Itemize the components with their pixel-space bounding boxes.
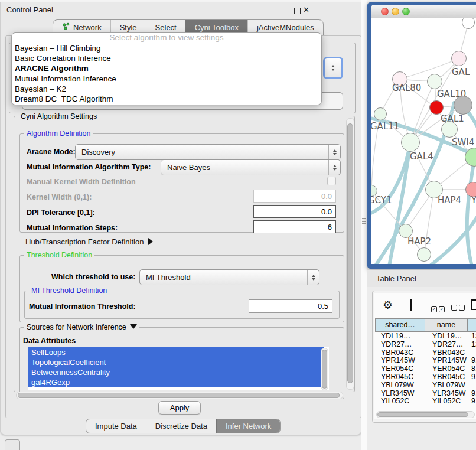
network-node[interactable] — [417, 247, 431, 262]
tab-label: Network — [73, 23, 102, 32]
data-attributes-list[interactable]: SelfLoopsTopologicalCoefficientBetweenne… — [28, 347, 329, 390]
mi-steps-label: Mutual Information Steps: — [27, 224, 118, 232]
algorithm-option-bayesian-hill-climbing[interactable]: Bayesian – Hill Climbing — [12, 43, 321, 53]
algorithm-option-mutual-information-inference[interactable]: Mutual Information Inference — [12, 74, 321, 84]
attributes-vscrollbar[interactable] — [321, 348, 328, 390]
attribute-selfloops[interactable]: SelfLoops — [28, 347, 324, 357]
table-row[interactable]: YLR345WYLR345W9. — [375, 390, 476, 398]
network-icon — [62, 22, 70, 32]
stepper-down-icon — [331, 69, 335, 71]
column-header-2[interactable]: name — [425, 318, 468, 332]
table-cell: YPR145W — [425, 357, 468, 365]
table-cell: YBR043C — [425, 349, 468, 357]
table-row[interactable]: YDL19…YDL19…13 — [375, 332, 476, 341]
aracne-mode-label: Aracne Mode: — [27, 148, 76, 156]
mi-threshold-field[interactable] — [249, 299, 332, 313]
node-label-hap2: HAP2 — [407, 236, 431, 247]
float-panel-icon[interactable] — [294, 8, 301, 14]
node-label-gal4: GAL4 — [410, 151, 433, 162]
mi-threshold-definition-title: MI Threshold Definition — [29, 286, 109, 295]
deselect-all-checks-icon[interactable] — [451, 302, 465, 313]
algorithm-option-dream8-dc-tdc-algorithm[interactable]: Dream8 DC_TDC Algorithm — [12, 94, 321, 104]
table-cell: YBR045C — [425, 373, 468, 381]
algorithm-option-basic-correlation-inference[interactable]: Basic Correlation Inference — [12, 53, 321, 63]
mi-steps-field[interactable] — [253, 220, 336, 233]
table-cell: YBR043C — [375, 349, 425, 357]
table-row[interactable]: YBL079WYBL079W — [375, 381, 476, 390]
mi-algorithm-type-value: Naive Bayes — [161, 163, 210, 172]
table-row[interactable]: YPR145WYPR145W9. — [375, 357, 476, 365]
table-hscrollbar-thumb[interactable] — [377, 412, 468, 417]
algorithm-dropdown-placeholder: Select algorithm to view settings — [12, 33, 321, 43]
network-node-gal11[interactable] — [374, 107, 387, 120]
attribute-betweennesscentrality[interactable]: BetweennessCentrality — [28, 367, 324, 377]
algorithm-definition-title: Algorithm Definition — [24, 129, 93, 138]
network-node-gal4[interactable] — [401, 133, 420, 152]
manual-kernel-width-checkbox[interactable] — [327, 177, 336, 185]
algorithm-option-aracne-algorithm[interactable]: ARACNE Algorithm — [12, 63, 321, 73]
settings-hscrollbar[interactable] — [16, 392, 343, 399]
dpi-tolerance-field[interactable] — [253, 205, 336, 218]
combo-stepper-icon — [307, 270, 319, 285]
zoom-window-icon[interactable] — [402, 8, 410, 15]
table-cell: YBL079W — [425, 381, 468, 390]
columns-icon[interactable] — [410, 299, 412, 311]
attributes-vscrollbar-thumb[interactable] — [322, 350, 327, 389]
select-all-checks-icon[interactable]: ✓✓ — [431, 302, 445, 313]
close-window-icon[interactable] — [381, 8, 389, 15]
network-window-titlebar[interactable] — [371, 5, 476, 19]
network-node-gal1[interactable] — [429, 100, 444, 115]
node-label-gal11: GAL11 — [371, 121, 399, 132]
table-row[interactable]: YIL052CYIL052C9 — [375, 397, 476, 406]
combo-stepper-icon — [328, 145, 340, 159]
table-row[interactable]: YBR043CYBR043C — [375, 349, 476, 357]
table-cell: YIL052C — [375, 397, 425, 406]
column-header-3[interactable]: A — [468, 318, 476, 332]
bottom-tabs: Impute DataDiscretize DataInfer Network — [86, 419, 281, 433]
table-cell: 9. — [468, 390, 476, 398]
new-table-icon[interactable] — [471, 299, 476, 310]
tab-impute-data[interactable]: Impute Data — [86, 419, 146, 433]
settings-vscrollbar-thumb[interactable] — [347, 123, 353, 383]
corner-button-fragment[interactable] — [5, 439, 20, 450]
aracne-mode-combo[interactable]: Discovery — [75, 144, 341, 160]
which-threshold-combo[interactable]: MI Threshold — [139, 269, 319, 285]
close-panel-icon[interactable]: ✕ — [303, 6, 309, 14]
stepper-up-icon — [331, 65, 335, 67]
table-hscrollbar[interactable] — [376, 411, 475, 418]
network-canvas[interactable]: GALGAL80GAL10GAL1GAL11SWI4GAL4GCY1HAP4YH… — [371, 18, 476, 264]
settings-vscrollbar[interactable] — [346, 118, 354, 390]
apply-button[interactable]: Apply — [158, 401, 201, 415]
tab-label: jActiveMNodules — [257, 23, 314, 32]
algorithm-option-bayesian-k2[interactable]: Bayesian – K2 — [12, 84, 321, 94]
minimize-window-icon[interactable] — [392, 8, 399, 15]
collapse-down-icon — [130, 324, 137, 329]
network-node[interactable] — [441, 121, 458, 138]
network-node[interactable] — [454, 96, 472, 115]
settings-gear-icon[interactable]: ⚙ — [383, 298, 393, 312]
sources-title-row[interactable]: Sources for Network Inference — [24, 323, 139, 331]
tab-discretize-data[interactable]: Discretize Data — [146, 419, 216, 433]
settings-hscrollbar-thumb[interactable] — [18, 393, 340, 398]
table-row[interactable]: YER054CYER054C8. — [375, 365, 476, 373]
combo-stepper-icon — [328, 160, 340, 175]
attribute-gal4rgexp[interactable]: gal4RGexp — [28, 377, 324, 387]
kernel-width-field[interactable] — [253, 190, 336, 203]
expand-right-icon — [148, 238, 153, 245]
panel-gap — [361, 0, 367, 450]
table-cell — [468, 349, 476, 357]
attribute-topologicalcoefficient[interactable]: TopologicalCoefficient — [28, 357, 324, 367]
column-header-1[interactable]: shared… — [375, 318, 425, 332]
table-cell: 8. — [468, 365, 476, 373]
mi-algorithm-type-combo[interactable]: Naive Bayes — [161, 159, 341, 175]
table-row[interactable]: YDR27…YDR27…12 — [375, 341, 476, 349]
network-node-gal10[interactable] — [427, 74, 442, 89]
mi-threshold-label: Mutual Information Threshold: — [29, 302, 136, 311]
network-node-gal[interactable] — [451, 51, 467, 66]
network-combo-stepper-fragment[interactable] — [323, 57, 343, 79]
splitter-grip[interactable] — [362, 218, 366, 224]
tab-infer-network[interactable]: Infer Network — [216, 419, 280, 433]
hub-definition-expander[interactable]: Hub/Transcription Factor Definition — [25, 237, 153, 246]
table-row[interactable]: YBR045CYBR045C9. — [375, 373, 476, 381]
manual-kernel-width-label: Manual Kernel Width Definition — [27, 178, 136, 186]
